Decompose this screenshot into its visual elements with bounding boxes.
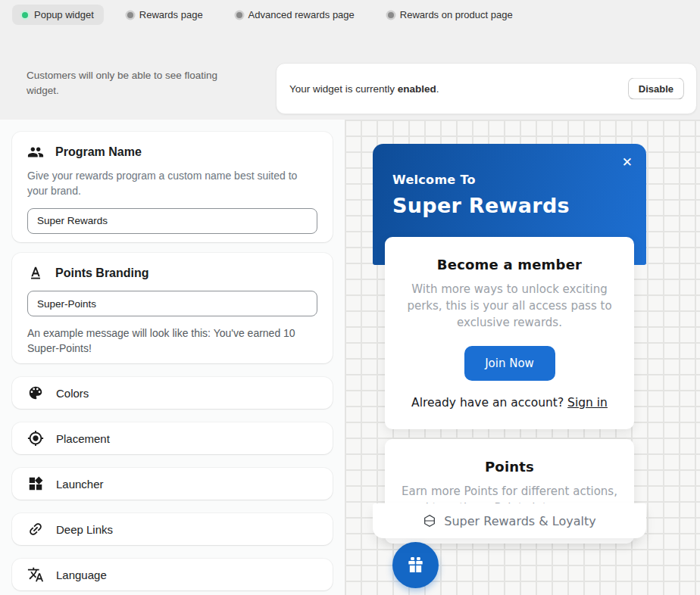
palette-icon [27, 385, 44, 401]
floating-widget-note: Customers will only be able to see float… [27, 68, 235, 99]
points-branding-input[interactable] [27, 291, 317, 316]
program-name-title: Program Name [55, 145, 142, 159]
gift-icon [405, 555, 426, 575]
points-branding-example: An example message will look like this: … [27, 326, 317, 357]
section-label: Launcher [56, 478, 104, 491]
main-content: Program Name Give your rewards program a… [0, 120, 700, 595]
tab-advanced-rewards-page[interactable]: Advanced rewards page [227, 5, 364, 25]
sign-in-link[interactable]: Sign in [567, 396, 608, 410]
popup-cards: Become a member With more ways to unlock… [385, 237, 634, 544]
member-card-title: Become a member [398, 257, 620, 273]
program-name-card: Program Name Give your rewards program a… [12, 132, 333, 242]
popup-footer-label: Super Rewards & Loyalty [444, 514, 595, 528]
inactive-dot-icon [127, 12, 133, 18]
tab-label: Rewards page [139, 9, 203, 20]
member-card-body: With more ways to unlock exciting perks,… [398, 282, 620, 331]
inactive-dot-icon [388, 12, 394, 18]
group-icon [27, 144, 44, 160]
tab-popup-widget[interactable]: Popup widget [12, 5, 104, 25]
widget-status-banner: Your widget is currently enabled. Disabl… [276, 63, 697, 114]
points-branding-card: Points Branding An example message will … [12, 253, 333, 363]
widget-status-text: Your widget is currently enabled. [289, 83, 439, 95]
close-icon[interactable]: ✕ [622, 156, 633, 169]
section-label: Language [56, 569, 107, 581]
placement-target-icon [27, 430, 44, 447]
section-label: Placement [56, 432, 110, 445]
active-dot-icon [22, 12, 28, 18]
widgets-icon [27, 475, 44, 492]
popup-program-name: Super Rewards [392, 194, 570, 217]
section-label: Colors [56, 387, 89, 400]
welcome-label: Welcome To [392, 173, 476, 187]
program-name-input[interactable] [27, 208, 317, 234]
section-label: Deep Links [56, 523, 113, 536]
become-member-card: Become a member With more ways to unlock… [385, 237, 634, 429]
tab-label: Advanced rewards page [248, 9, 355, 20]
translate-icon [27, 566, 44, 583]
widget-preview-area: Welcome To Super Rewards ✕ Become a memb… [345, 120, 700, 595]
program-name-description: Give your rewards program a custom name … [27, 168, 317, 199]
section-row-language[interactable]: Language [12, 559, 333, 590]
tab-rewards-page[interactable]: Rewards page [117, 5, 213, 25]
inactive-dot-icon [236, 12, 242, 18]
section-row-launcher[interactable]: Launcher [12, 468, 333, 500]
points-card-title: Points [398, 459, 620, 475]
text-format-icon [27, 265, 44, 282]
popup-footer: Super Rewards & Loyalty [373, 503, 646, 538]
section-row-colors[interactable]: Colors [12, 377, 333, 409]
launcher-button[interactable] [392, 542, 439, 588]
view-tabs: Popup widget Rewards page Advanced rewar… [12, 5, 523, 25]
section-row-deep-links[interactable]: Deep Links [12, 513, 333, 545]
link-icon [27, 521, 44, 537]
settings-panel: Program Name Give your rewards program a… [0, 120, 345, 595]
disable-button[interactable]: Disable [628, 78, 684, 100]
tab-label: Popup widget [34, 9, 94, 20]
section-row-placement[interactable]: Placement [12, 422, 333, 454]
tab-rewards-on-product-page[interactable]: Rewards on product page [378, 5, 523, 25]
account-line: Already have an account? Sign in [398, 396, 620, 410]
join-now-button[interactable]: Join Now [464, 346, 555, 381]
brand-hexagon-icon [423, 514, 436, 528]
tab-label: Rewards on product page [400, 9, 513, 20]
points-branding-title: Points Branding [55, 266, 149, 280]
